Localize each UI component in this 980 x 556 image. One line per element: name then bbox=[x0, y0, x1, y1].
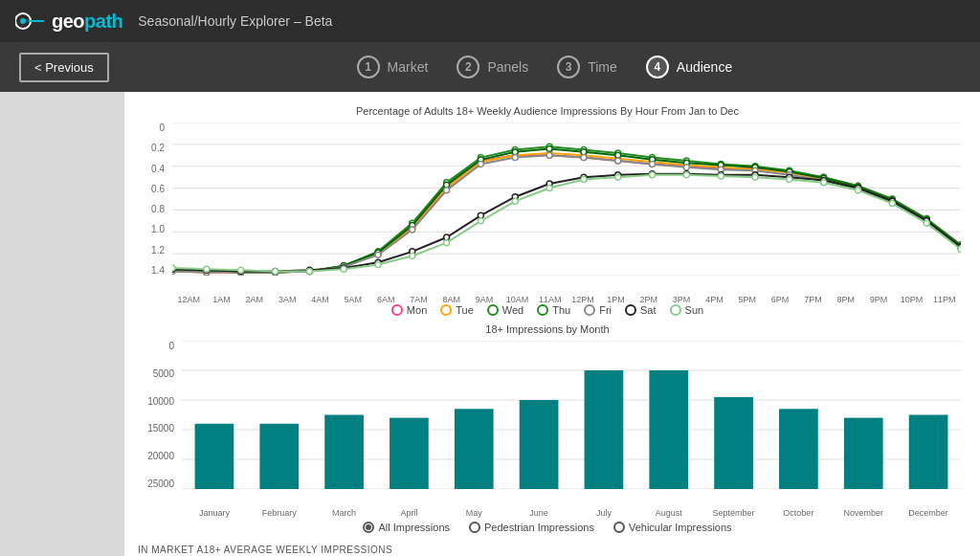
svg-point-160 bbox=[341, 266, 346, 272]
svg-rect-186 bbox=[259, 424, 299, 489]
svg-point-162 bbox=[410, 253, 415, 258]
svg-point-159 bbox=[306, 268, 312, 274]
radio-pedestrian[interactable]: Pedestrian Impressions bbox=[469, 522, 594, 533]
svg-point-158 bbox=[272, 268, 278, 274]
line-x-label: 2PM bbox=[633, 295, 665, 304]
radio-pedestrian-circle bbox=[469, 522, 480, 533]
bar-x-label: February bbox=[247, 508, 312, 518]
steps-nav: 1 Market 2 Panels 3 Time 4 Audience bbox=[357, 56, 733, 78]
step-panels[interactable]: 2 Panels bbox=[457, 56, 528, 78]
radio-all-impressions[interactable]: All Impressions bbox=[363, 522, 450, 533]
bar-x-label: June bbox=[506, 508, 571, 518]
step-label-time: Time bbox=[588, 59, 617, 75]
radio-vehicular-label: Vehicular Impressions bbox=[629, 522, 732, 533]
line-x-label: 3AM bbox=[271, 295, 303, 304]
svg-rect-193 bbox=[714, 397, 753, 489]
svg-point-118 bbox=[546, 152, 552, 158]
svg-point-161 bbox=[375, 262, 381, 268]
svg-point-115 bbox=[444, 188, 450, 193]
line-x-label: 10PM bbox=[895, 295, 927, 304]
svg-point-175 bbox=[856, 188, 861, 193]
line-chart-area: 1.4 1.2 1.0 0.8 0.6 0.4 0.2 0 12AM1AM2AM… bbox=[134, 122, 961, 304]
line-x-label: 3PM bbox=[665, 295, 698, 304]
svg-point-122 bbox=[683, 165, 689, 170]
line-x-label: 4PM bbox=[698, 295, 730, 304]
svg-rect-187 bbox=[324, 415, 364, 490]
line-x-label: 6PM bbox=[764, 295, 796, 304]
line-chart-container: Percentage of Adults 18+ Weekly Audience… bbox=[134, 105, 961, 316]
navbar: < Previous 1 Market 2 Panels 3 Time 4 Au… bbox=[0, 42, 980, 92]
line-x-label: 1PM bbox=[599, 295, 632, 304]
svg-rect-185 bbox=[195, 424, 234, 489]
line-x-label: 10AM bbox=[501, 295, 533, 304]
svg-point-157 bbox=[238, 267, 244, 273]
bar-x-label: July bbox=[571, 508, 636, 518]
svg-rect-189 bbox=[455, 409, 494, 489]
logo-path: path bbox=[84, 11, 122, 32]
svg-rect-194 bbox=[779, 409, 818, 489]
svg-point-174 bbox=[821, 180, 827, 186]
legend-dot-sat bbox=[625, 304, 636, 316]
step-audience[interactable]: 4 Audience bbox=[646, 56, 732, 78]
svg-point-167 bbox=[581, 176, 587, 182]
bar-chart-svg bbox=[182, 341, 961, 489]
content-area: Percentage of Adults 18+ Weekly Audience… bbox=[124, 92, 980, 556]
bar-x-label: May bbox=[441, 508, 506, 518]
logo-icon bbox=[15, 10, 46, 33]
bottom-text: IN MARKET A18+ AVERAGE WEEKLY IMPRESSION… bbox=[134, 541, 961, 556]
svg-point-164 bbox=[478, 218, 483, 224]
step-num-2: 2 bbox=[457, 56, 479, 78]
legend-tue: Tue bbox=[440, 304, 474, 316]
bar-chart-container: 18+ Impressions by Month 25000 20000 150… bbox=[134, 323, 961, 533]
bar-x-label: December bbox=[896, 508, 961, 518]
line-x-label: 8PM bbox=[830, 295, 862, 304]
line-x-label: 6AM bbox=[369, 295, 402, 304]
svg-point-171 bbox=[718, 173, 724, 179]
line-x-label: 9PM bbox=[862, 295, 895, 304]
svg-point-168 bbox=[615, 174, 621, 180]
step-num-3: 3 bbox=[557, 56, 580, 78]
line-x-label: 12PM bbox=[567, 295, 599, 304]
svg-point-1 bbox=[20, 18, 26, 24]
svg-point-156 bbox=[204, 266, 210, 272]
svg-point-165 bbox=[512, 198, 518, 204]
svg-rect-195 bbox=[844, 418, 883, 489]
svg-point-117 bbox=[512, 155, 518, 161]
line-y-axis: 1.4 1.2 1.0 0.8 0.6 0.4 0.2 0 bbox=[134, 122, 168, 276]
line-chart-svg bbox=[172, 122, 961, 276]
line-x-axis: 12AM1AM2AM3AM4AM5AM6AM7AM8AM9AM10AM11AM1… bbox=[172, 295, 961, 304]
bar-x-label: April bbox=[376, 508, 441, 518]
legend-dot-wed bbox=[487, 304, 499, 316]
svg-rect-190 bbox=[520, 400, 559, 489]
step-time[interactable]: 3 Time bbox=[557, 56, 617, 78]
legend-dot-thu bbox=[537, 304, 548, 316]
legend-dot-tue bbox=[440, 304, 452, 316]
bar-x-label: November bbox=[831, 508, 896, 518]
line-x-label: 1AM bbox=[205, 295, 237, 304]
bar-chart-area: 25000 20000 15000 10000 5000 0 JanuaryFe… bbox=[134, 341, 961, 518]
svg-point-119 bbox=[581, 155, 587, 161]
step-label-market: Market bbox=[388, 59, 429, 75]
previous-button[interactable]: < Previous bbox=[19, 53, 109, 82]
line-x-label: 2AM bbox=[238, 295, 271, 304]
line-x-label: 7AM bbox=[402, 295, 434, 304]
line-x-label: 12AM bbox=[172, 295, 205, 304]
logo: geopath Seasonal/Hourly Explorer – Beta bbox=[15, 10, 332, 33]
step-label-panels: Panels bbox=[487, 59, 528, 75]
line-chart-title: Percentage of Adults 18+ Weekly Audience… bbox=[134, 105, 961, 117]
main-layout: Percentage of Adults 18+ Weekly Audience… bbox=[0, 92, 980, 556]
legend-thu: Thu bbox=[537, 304, 570, 316]
svg-point-94 bbox=[546, 145, 552, 151]
svg-rect-196 bbox=[909, 415, 948, 490]
step-label-audience: Audience bbox=[677, 59, 732, 75]
step-num-4: 4 bbox=[646, 56, 669, 78]
svg-point-169 bbox=[650, 172, 656, 178]
svg-point-155 bbox=[172, 265, 175, 271]
step-num-1: 1 bbox=[357, 56, 380, 78]
svg-point-176 bbox=[889, 201, 895, 207]
radio-vehicular[interactable]: Vehicular Impressions bbox=[613, 522, 732, 533]
logo-geo: geo bbox=[52, 11, 84, 32]
step-market[interactable]: 1 Market bbox=[357, 56, 429, 78]
svg-point-114 bbox=[410, 227, 415, 233]
legend-wed: Wed bbox=[487, 304, 523, 316]
